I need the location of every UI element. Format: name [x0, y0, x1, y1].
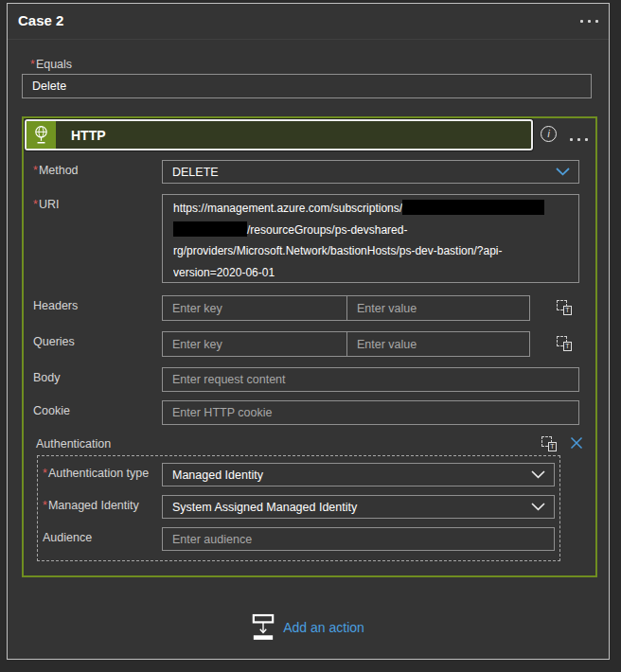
chevron-down-icon — [531, 503, 545, 511]
queries-text-mode-icon[interactable]: T — [557, 336, 572, 351]
method-label: *Method — [33, 164, 79, 177]
uri-label: *URI — [33, 198, 59, 211]
queries-label: Queries — [33, 335, 75, 348]
case-header: Case 2 — [8, 4, 609, 40]
case-title: Case 2 — [18, 12, 63, 28]
headers-value-input[interactable] — [347, 296, 529, 320]
equals-input[interactable] — [23, 75, 591, 97]
add-action-label: Add an action — [283, 620, 364, 635]
case-card: Case 2 *Equals — [7, 3, 610, 660]
http-action-title: HTTP — [71, 128, 106, 143]
body-label: Body — [33, 371, 61, 384]
globe-icon — [32, 124, 50, 146]
http-action-card: HTTP i *Method DELETE *URI — [22, 116, 597, 577]
chevron-down-icon — [556, 168, 570, 176]
body-field[interactable] — [162, 367, 579, 392]
authentication-type-label: *Authentication type — [43, 467, 149, 480]
logic-app-designer: Case 2 *Equals — [0, 0, 621, 672]
http-icon-badge — [27, 121, 56, 149]
headers-text-mode-icon[interactable]: T — [557, 300, 572, 315]
cookie-field[interactable] — [162, 400, 579, 425]
audience-input[interactable] — [163, 528, 554, 550]
headers-label: Headers — [33, 299, 78, 312]
info-icon[interactable]: i — [541, 126, 557, 142]
audience-field[interactable] — [162, 527, 555, 551]
case-menu-ellipsis-icon[interactable] — [580, 20, 598, 23]
add-action-icon — [252, 613, 275, 641]
required-asterisk: * — [30, 58, 35, 71]
authentication-section: *Authentication type Managed Identity *M… — [37, 455, 560, 561]
queries-key-value-fields — [162, 331, 530, 357]
headers-key-input[interactable] — [163, 296, 346, 320]
authentication-type-value: Managed Identity — [172, 469, 263, 482]
managed-identity-label: *Managed Identity — [43, 499, 139, 512]
queries-key-input[interactable] — [163, 332, 346, 356]
redacted-text — [173, 221, 247, 237]
equals-field[interactable] — [22, 74, 592, 98]
authentication-type-dropdown[interactable]: Managed Identity — [162, 463, 555, 486]
audience-label: Audience — [43, 531, 92, 544]
body-input[interactable] — [163, 368, 578, 391]
method-dropdown[interactable]: DELETE — [162, 160, 579, 184]
method-value: DELETE — [172, 166, 219, 179]
authentication-close-icon[interactable] — [569, 435, 584, 451]
cookie-label: Cookie — [33, 404, 70, 417]
add-action-button[interactable]: Add an action — [8, 613, 609, 641]
cookie-input[interactable] — [163, 401, 578, 424]
headers-key-value-fields — [162, 295, 530, 321]
uri-field[interactable]: https://management.azure.com/subscriptio… — [162, 194, 579, 283]
authentication-label: Authentication — [36, 437, 111, 451]
redacted-text — [402, 200, 544, 215]
chevron-down-icon — [531, 470, 545, 479]
http-menu-ellipsis-icon[interactable] — [570, 138, 588, 141]
managed-identity-dropdown[interactable]: System Assigned Managed Identity — [162, 495, 555, 519]
queries-value-input[interactable] — [347, 332, 529, 356]
managed-identity-value: System Assigned Managed Identity — [172, 501, 357, 514]
http-action-header[interactable]: HTTP — [25, 119, 533, 150]
authentication-text-mode-icon[interactable]: T — [541, 436, 557, 451]
equals-label: *Equals — [30, 58, 72, 71]
